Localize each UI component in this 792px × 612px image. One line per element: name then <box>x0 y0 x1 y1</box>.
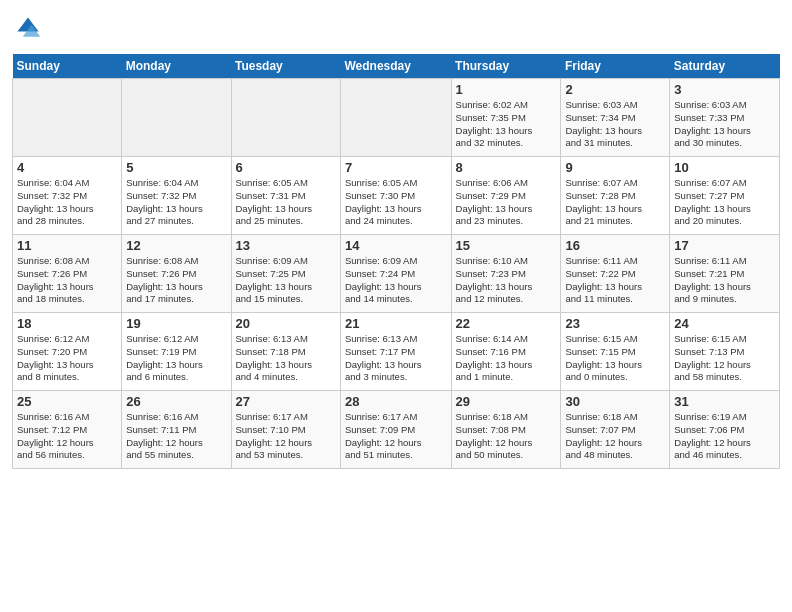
calendar-cell: 12Sunrise: 6:08 AMSunset: 7:26 PMDayligh… <box>122 235 231 313</box>
calendar-cell: 1Sunrise: 6:02 AMSunset: 7:35 PMDaylight… <box>451 79 561 157</box>
day-info: Sunrise: 6:04 AMSunset: 7:32 PMDaylight:… <box>126 177 226 228</box>
day-info: Sunrise: 6:16 AMSunset: 7:12 PMDaylight:… <box>17 411 117 462</box>
day-info: Sunrise: 6:13 AMSunset: 7:17 PMDaylight:… <box>345 333 447 384</box>
calendar-cell: 16Sunrise: 6:11 AMSunset: 7:22 PMDayligh… <box>561 235 670 313</box>
day-number: 25 <box>17 394 117 409</box>
day-number: 9 <box>565 160 665 175</box>
calendar-cell: 27Sunrise: 6:17 AMSunset: 7:10 PMDayligh… <box>231 391 340 469</box>
day-info: Sunrise: 6:16 AMSunset: 7:11 PMDaylight:… <box>126 411 226 462</box>
day-info: Sunrise: 6:12 AMSunset: 7:19 PMDaylight:… <box>126 333 226 384</box>
day-number: 6 <box>236 160 336 175</box>
day-number: 3 <box>674 82 775 97</box>
day-number: 12 <box>126 238 226 253</box>
calendar-cell: 31Sunrise: 6:19 AMSunset: 7:06 PMDayligh… <box>670 391 780 469</box>
day-number: 16 <box>565 238 665 253</box>
day-number: 15 <box>456 238 557 253</box>
calendar-cell: 5Sunrise: 6:04 AMSunset: 7:32 PMDaylight… <box>122 157 231 235</box>
calendar-cell <box>231 79 340 157</box>
day-number: 22 <box>456 316 557 331</box>
day-number: 23 <box>565 316 665 331</box>
day-info: Sunrise: 6:19 AMSunset: 7:06 PMDaylight:… <box>674 411 775 462</box>
day-number: 27 <box>236 394 336 409</box>
page-container: SundayMondayTuesdayWednesdayThursdayFrid… <box>0 0 792 477</box>
weekday-header: Saturday <box>670 54 780 79</box>
calendar-cell: 24Sunrise: 6:15 AMSunset: 7:13 PMDayligh… <box>670 313 780 391</box>
day-info: Sunrise: 6:11 AMSunset: 7:21 PMDaylight:… <box>674 255 775 306</box>
day-info: Sunrise: 6:09 AMSunset: 7:25 PMDaylight:… <box>236 255 336 306</box>
day-info: Sunrise: 6:13 AMSunset: 7:18 PMDaylight:… <box>236 333 336 384</box>
calendar-cell: 19Sunrise: 6:12 AMSunset: 7:19 PMDayligh… <box>122 313 231 391</box>
day-info: Sunrise: 6:15 AMSunset: 7:15 PMDaylight:… <box>565 333 665 384</box>
day-number: 31 <box>674 394 775 409</box>
calendar-cell: 22Sunrise: 6:14 AMSunset: 7:16 PMDayligh… <box>451 313 561 391</box>
calendar-cell: 11Sunrise: 6:08 AMSunset: 7:26 PMDayligh… <box>13 235 122 313</box>
calendar-cell: 21Sunrise: 6:13 AMSunset: 7:17 PMDayligh… <box>340 313 451 391</box>
weekday-header: Thursday <box>451 54 561 79</box>
calendar-cell: 26Sunrise: 6:16 AMSunset: 7:11 PMDayligh… <box>122 391 231 469</box>
calendar-week-row: 25Sunrise: 6:16 AMSunset: 7:12 PMDayligh… <box>13 391 780 469</box>
calendar-cell: 23Sunrise: 6:15 AMSunset: 7:15 PMDayligh… <box>561 313 670 391</box>
calendar-table: SundayMondayTuesdayWednesdayThursdayFrid… <box>12 54 780 469</box>
day-number: 8 <box>456 160 557 175</box>
calendar-week-row: 1Sunrise: 6:02 AMSunset: 7:35 PMDaylight… <box>13 79 780 157</box>
day-number: 13 <box>236 238 336 253</box>
calendar-week-row: 4Sunrise: 6:04 AMSunset: 7:32 PMDaylight… <box>13 157 780 235</box>
weekday-header: Tuesday <box>231 54 340 79</box>
day-number: 28 <box>345 394 447 409</box>
day-info: Sunrise: 6:10 AMSunset: 7:23 PMDaylight:… <box>456 255 557 306</box>
day-number: 18 <box>17 316 117 331</box>
calendar-cell: 8Sunrise: 6:06 AMSunset: 7:29 PMDaylight… <box>451 157 561 235</box>
day-info: Sunrise: 6:17 AMSunset: 7:09 PMDaylight:… <box>345 411 447 462</box>
calendar-cell: 4Sunrise: 6:04 AMSunset: 7:32 PMDaylight… <box>13 157 122 235</box>
calendar-cell: 13Sunrise: 6:09 AMSunset: 7:25 PMDayligh… <box>231 235 340 313</box>
day-info: Sunrise: 6:03 AMSunset: 7:34 PMDaylight:… <box>565 99 665 150</box>
day-number: 14 <box>345 238 447 253</box>
day-number: 30 <box>565 394 665 409</box>
day-info: Sunrise: 6:08 AMSunset: 7:26 PMDaylight:… <box>17 255 117 306</box>
day-number: 19 <box>126 316 226 331</box>
day-number: 21 <box>345 316 447 331</box>
calendar-cell: 29Sunrise: 6:18 AMSunset: 7:08 PMDayligh… <box>451 391 561 469</box>
day-info: Sunrise: 6:07 AMSunset: 7:27 PMDaylight:… <box>674 177 775 228</box>
day-number: 5 <box>126 160 226 175</box>
day-number: 7 <box>345 160 447 175</box>
calendar-cell <box>13 79 122 157</box>
calendar-cell: 14Sunrise: 6:09 AMSunset: 7:24 PMDayligh… <box>340 235 451 313</box>
day-info: Sunrise: 6:12 AMSunset: 7:20 PMDaylight:… <box>17 333 117 384</box>
weekday-header: Sunday <box>13 54 122 79</box>
header <box>12 10 780 46</box>
day-number: 24 <box>674 316 775 331</box>
logo-icon <box>14 14 42 42</box>
day-number: 26 <box>126 394 226 409</box>
day-info: Sunrise: 6:14 AMSunset: 7:16 PMDaylight:… <box>456 333 557 384</box>
day-info: Sunrise: 6:04 AMSunset: 7:32 PMDaylight:… <box>17 177 117 228</box>
day-info: Sunrise: 6:15 AMSunset: 7:13 PMDaylight:… <box>674 333 775 384</box>
weekday-header: Monday <box>122 54 231 79</box>
day-number: 1 <box>456 82 557 97</box>
calendar-week-row: 18Sunrise: 6:12 AMSunset: 7:20 PMDayligh… <box>13 313 780 391</box>
logo <box>12 14 46 46</box>
day-info: Sunrise: 6:18 AMSunset: 7:07 PMDaylight:… <box>565 411 665 462</box>
day-number: 11 <box>17 238 117 253</box>
day-number: 10 <box>674 160 775 175</box>
day-info: Sunrise: 6:03 AMSunset: 7:33 PMDaylight:… <box>674 99 775 150</box>
calendar-cell: 10Sunrise: 6:07 AMSunset: 7:27 PMDayligh… <box>670 157 780 235</box>
weekday-header: Wednesday <box>340 54 451 79</box>
calendar-cell: 9Sunrise: 6:07 AMSunset: 7:28 PMDaylight… <box>561 157 670 235</box>
day-number: 17 <box>674 238 775 253</box>
day-info: Sunrise: 6:17 AMSunset: 7:10 PMDaylight:… <box>236 411 336 462</box>
calendar-cell: 7Sunrise: 6:05 AMSunset: 7:30 PMDaylight… <box>340 157 451 235</box>
day-info: Sunrise: 6:05 AMSunset: 7:30 PMDaylight:… <box>345 177 447 228</box>
day-number: 20 <box>236 316 336 331</box>
weekday-header-row: SundayMondayTuesdayWednesdayThursdayFrid… <box>13 54 780 79</box>
day-number: 2 <box>565 82 665 97</box>
day-number: 4 <box>17 160 117 175</box>
day-info: Sunrise: 6:07 AMSunset: 7:28 PMDaylight:… <box>565 177 665 228</box>
calendar-cell: 2Sunrise: 6:03 AMSunset: 7:34 PMDaylight… <box>561 79 670 157</box>
day-info: Sunrise: 6:02 AMSunset: 7:35 PMDaylight:… <box>456 99 557 150</box>
calendar-cell: 30Sunrise: 6:18 AMSunset: 7:07 PMDayligh… <box>561 391 670 469</box>
calendar-cell: 6Sunrise: 6:05 AMSunset: 7:31 PMDaylight… <box>231 157 340 235</box>
calendar-cell: 17Sunrise: 6:11 AMSunset: 7:21 PMDayligh… <box>670 235 780 313</box>
day-number: 29 <box>456 394 557 409</box>
calendar-cell: 20Sunrise: 6:13 AMSunset: 7:18 PMDayligh… <box>231 313 340 391</box>
